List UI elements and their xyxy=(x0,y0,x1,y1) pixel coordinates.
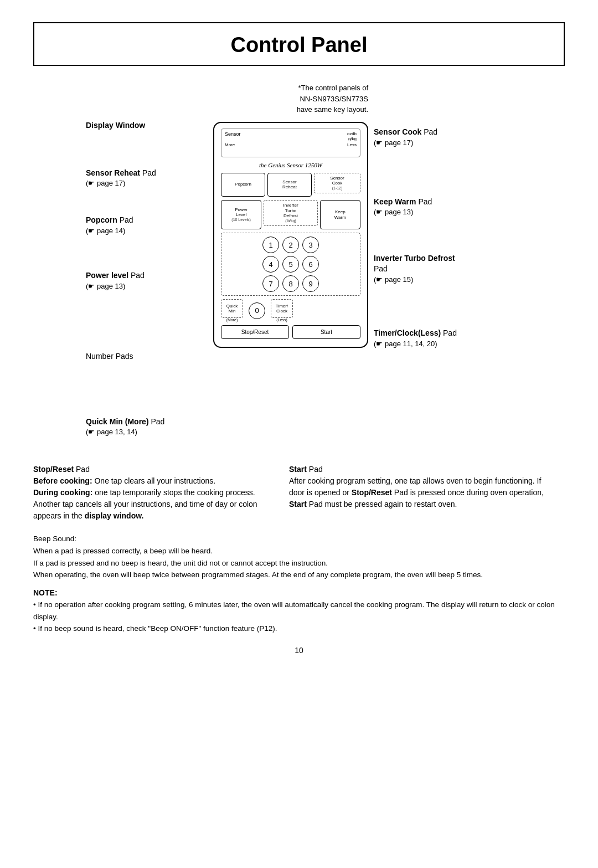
note-bullet-1: • If no operation after cooking program … xyxy=(33,599,565,623)
power-level-label: Power level Pad (☛ page 13) xyxy=(86,270,208,291)
panel-display: Sensor oz/lb g/kg More Less xyxy=(221,129,360,157)
inverter-turbo-defrost-button[interactable]: Inverter Turbo Defrost (lb/kg) xyxy=(264,200,317,226)
page-title: Control Panel xyxy=(34,33,564,57)
keep-warm-label: Keep Warm Pad (☛ page 13) xyxy=(374,197,512,218)
num-5-button[interactable]: 5 xyxy=(282,256,299,273)
number-pads-label: Number Pads xyxy=(86,351,208,362)
sensor-reheat-button[interactable]: Sensor Reheat xyxy=(267,173,312,197)
main-content: Display Window Sensor Reheat Pad (☛ page… xyxy=(33,83,565,655)
timer-clock-wrapper: Timer/ Clock (Less) xyxy=(271,299,293,322)
timer-clock-label: Timer/Clock(Less) Pad (☛ page 11, 14, 20… xyxy=(374,328,512,349)
num-9-button[interactable]: 9 xyxy=(302,275,319,292)
corner-note: *The control panels of NN-SN973S/SN773S … xyxy=(213,83,368,115)
quick-min-button[interactable]: Quick Min xyxy=(221,299,243,318)
num-8-button[interactable]: 8 xyxy=(282,275,299,292)
sensor-reheat-label: Sensor Reheat Pad (☛ page 17) xyxy=(86,168,208,189)
quick-min-wrapper: Quick Min (More) xyxy=(221,299,243,322)
func-buttons-row: Popcorn Sensor Reheat Sensor Cook (1-12) xyxy=(221,173,360,197)
numpad-row-1: 1 2 3 xyxy=(225,237,357,253)
start-button[interactable]: Start xyxy=(292,325,360,339)
page-number: 10 xyxy=(295,646,303,655)
quick-zero-timer-row: Quick Min (More) 0 Timer/ Clock (Less) xyxy=(221,299,360,322)
num-4-button[interactable]: 4 xyxy=(262,256,279,273)
num-0-button[interactable]: 0 xyxy=(249,302,265,319)
display-window-label: Display Window xyxy=(86,120,208,131)
page-container: Control Panel Display Window Sensor Rehe… xyxy=(33,22,565,655)
numpad-row-3: 7 8 9 xyxy=(225,275,357,292)
left-labels: Display Window Sensor Reheat Pad (☛ page… xyxy=(86,83,213,447)
num-3-button[interactable]: 3 xyxy=(302,237,319,253)
right-labels: Sensor Cook Pad (☛ page 17) Keep Warm Pa… xyxy=(368,83,512,359)
center-panel: *The control panels of NN-SN973S/SN773S … xyxy=(213,83,368,348)
start-description: Start Pad After cooking program setting,… xyxy=(289,464,555,522)
pik-row: Power Level (10 Levels) Inverter Turbo D… xyxy=(221,200,360,229)
num-2-button[interactable]: 2 xyxy=(282,237,299,253)
quick-min-label: Quick Min (More) Pad (☛ page 13, 14) xyxy=(86,417,208,438)
beep-section: Beep Sound: When a pad is pressed correc… xyxy=(33,533,565,581)
diagram-area: Display Window Sensor Reheat Pad (☛ page… xyxy=(33,83,565,447)
timer-clock-button[interactable]: Timer/ Clock xyxy=(271,299,293,318)
inverter-turbo-defrost-label: Inverter Turbo Defrost Pad (☛ page 15) xyxy=(374,253,512,285)
note-section: NOTE: • If no operation after cooking pr… xyxy=(33,587,565,635)
sensor-cook-button[interactable]: Sensor Cook (1-12) xyxy=(314,173,360,194)
popcorn-label: Popcorn Pad (☛ page 14) xyxy=(86,215,208,236)
num-6-button[interactable]: 6 xyxy=(302,256,319,273)
description-area: Stop/Reset Pad Before cooking: One tap c… xyxy=(33,464,565,522)
note-bullet-2: • If no beep sound is heard, check "Beep… xyxy=(33,623,565,635)
numpad: 1 2 3 4 5 6 7 8 9 xyxy=(221,233,360,296)
brand-label: the Genius Sensor 1250W xyxy=(221,162,360,168)
keep-warm-button[interactable]: Keep Warm xyxy=(320,200,360,229)
stop-reset-button[interactable]: Stop/Reset xyxy=(221,325,289,339)
stop-start-row: Stop/Reset Start xyxy=(221,325,360,339)
power-level-button[interactable]: Power Level (10 Levels) xyxy=(221,200,261,229)
numpad-row-2: 4 5 6 xyxy=(225,256,357,273)
stop-reset-description: Stop/Reset Pad Before cooking: One tap c… xyxy=(33,464,272,522)
panel-drawing: Sensor oz/lb g/kg More Less xyxy=(213,122,368,348)
num-1-button[interactable]: 1 xyxy=(262,237,279,253)
title-box: Control Panel xyxy=(33,22,565,66)
popcorn-button[interactable]: Popcorn xyxy=(221,173,265,197)
num-7-button[interactable]: 7 xyxy=(262,275,279,292)
sensor-cook-label: Sensor Cook Pad (☛ page 17) xyxy=(374,127,512,148)
